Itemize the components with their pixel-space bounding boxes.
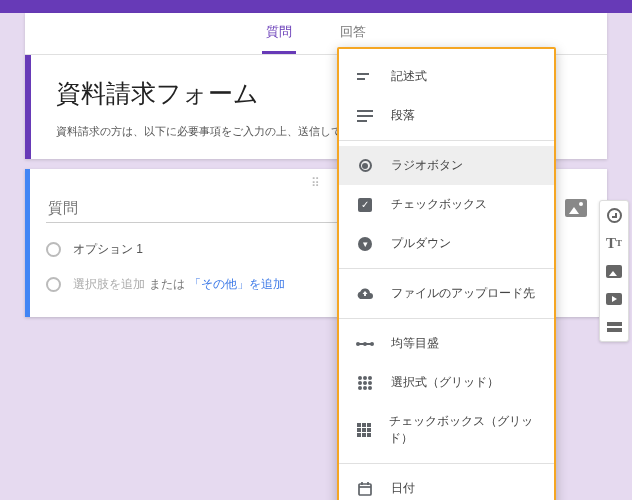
linear-scale-icon: [355, 340, 375, 348]
menu-separator: [339, 463, 554, 464]
add-image-button[interactable]: [605, 263, 623, 279]
grid-checkbox-icon: [355, 423, 373, 437]
menu-label: チェックボックス（グリッド）: [389, 413, 538, 447]
menu-checkbox[interactable]: ✓ チェックボックス: [339, 185, 554, 224]
menu-paragraph[interactable]: 段落: [339, 96, 554, 135]
svg-point-16: [363, 386, 367, 390]
menu-separator: [339, 268, 554, 269]
menu-short-answer[interactable]: 記述式: [339, 57, 554, 96]
radio-icon: [46, 242, 61, 257]
svg-rect-18: [357, 423, 361, 427]
checkbox-icon: ✓: [355, 198, 375, 212]
option-1-label[interactable]: オプション 1: [73, 241, 143, 258]
radio-icon: [46, 277, 61, 292]
tab-questions[interactable]: 質問: [262, 23, 296, 54]
add-video-button[interactable]: [605, 291, 623, 307]
svg-rect-22: [362, 428, 366, 432]
menu-label: チェックボックス: [391, 196, 487, 213]
menu-linear-scale[interactable]: 均等目盛: [339, 324, 554, 363]
menu-label: ラジオボタン: [391, 157, 463, 174]
svg-point-8: [370, 342, 374, 346]
svg-rect-25: [362, 433, 366, 437]
menu-radio[interactable]: ラジオボタン: [339, 146, 554, 185]
cloud-upload-icon: [355, 287, 375, 300]
insert-image-icon[interactable]: [565, 199, 587, 217]
add-question-button[interactable]: [605, 207, 623, 223]
add-other-button[interactable]: 「その他」を追加: [189, 276, 285, 293]
add-section-button[interactable]: [605, 319, 623, 335]
svg-point-15: [358, 386, 362, 390]
svg-point-17: [368, 386, 372, 390]
menu-date[interactable]: 日付: [339, 469, 554, 500]
add-title-button[interactable]: TT: [605, 235, 623, 251]
menu-label: 均等目盛: [391, 335, 439, 352]
menu-label: 段落: [391, 107, 415, 124]
dropdown-icon: ▾: [355, 237, 375, 251]
menu-label: ファイルのアップロード先: [391, 285, 535, 302]
floating-toolbar: TT: [599, 200, 629, 342]
svg-point-9: [358, 376, 362, 380]
menu-mc-grid[interactable]: 選択式（グリッド）: [339, 363, 554, 402]
svg-point-12: [358, 381, 362, 385]
svg-rect-20: [367, 423, 371, 427]
menu-label: 記述式: [391, 68, 427, 85]
svg-rect-26: [367, 433, 371, 437]
svg-rect-27: [359, 484, 371, 495]
or-text: または: [149, 276, 185, 293]
short-answer-icon: [355, 72, 375, 82]
svg-point-13: [363, 381, 367, 385]
menu-label: 日付: [391, 480, 415, 497]
menu-separator: [339, 318, 554, 319]
svg-point-7: [363, 342, 367, 346]
svg-rect-21: [357, 428, 361, 432]
menu-cb-grid[interactable]: チェックボックス（グリッド）: [339, 402, 554, 458]
grid-radio-icon: [355, 376, 375, 390]
paragraph-icon: [355, 110, 375, 122]
top-accent-bar: [0, 0, 632, 13]
svg-rect-23: [367, 428, 371, 432]
question-type-menu: 記述式 段落 ラジオボタン ✓ チェックボックス ▾ プルダウン ファイルのアッ…: [337, 47, 556, 500]
svg-rect-19: [362, 423, 366, 427]
svg-point-10: [363, 376, 367, 380]
menu-dropdown[interactable]: ▾ プルダウン: [339, 224, 554, 263]
menu-label: プルダウン: [391, 235, 451, 252]
menu-separator: [339, 140, 554, 141]
svg-point-11: [368, 376, 372, 380]
svg-point-14: [368, 381, 372, 385]
radio-button-icon: [355, 159, 375, 172]
svg-rect-24: [357, 433, 361, 437]
calendar-icon: [355, 482, 375, 496]
menu-label: 選択式（グリッド）: [391, 374, 499, 391]
add-option-button[interactable]: 選択肢を追加: [73, 276, 145, 293]
svg-point-6: [356, 342, 360, 346]
menu-file-upload[interactable]: ファイルのアップロード先: [339, 274, 554, 313]
